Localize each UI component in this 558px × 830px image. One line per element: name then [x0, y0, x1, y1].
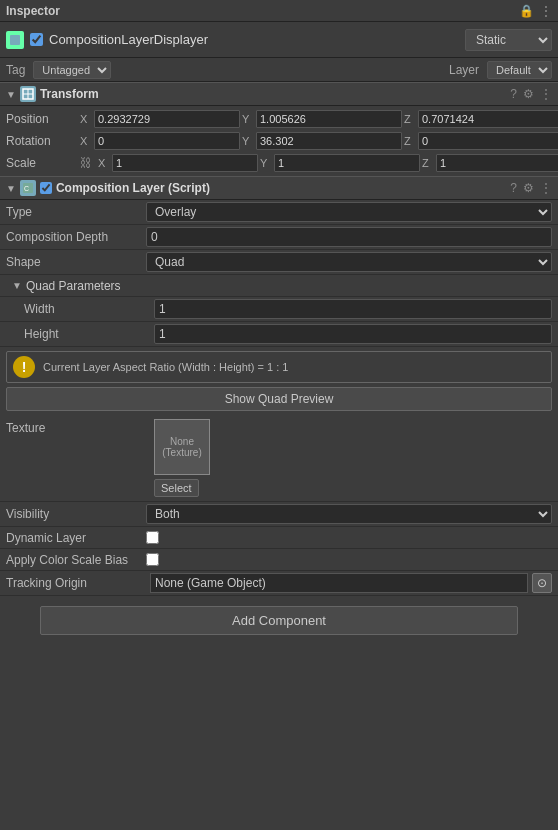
composition-layer-title: Composition Layer (Script) [56, 181, 506, 195]
type-label: Type [6, 205, 146, 219]
gameobject-name: CompositionLayerDisplayer [49, 32, 459, 47]
composition-depth-row: Composition Depth [0, 225, 558, 250]
scale-xyz: X Y Z [98, 154, 558, 172]
transform-settings-icon[interactable]: ⚙ [523, 87, 534, 101]
position-y-label: Y [242, 113, 254, 125]
width-row: Width [0, 297, 558, 322]
shape-row: Shape Quad Cylinder Equirect [0, 250, 558, 275]
tracking-origin-picker-button[interactable]: ⊙ [532, 573, 552, 593]
svg-rect-0 [10, 35, 20, 45]
scale-z-input[interactable] [436, 154, 558, 172]
composition-layer-body: Type Overlay Underlay None Composition D… [0, 200, 558, 596]
transform-help-icon[interactable]: ? [510, 87, 517, 101]
position-row: Position X Y Z [0, 108, 558, 130]
apply-color-scale-bias-row: Apply Color Scale Bias [0, 549, 558, 571]
warning-text: Current Layer Aspect Ratio (Width : Heig… [43, 361, 288, 373]
transform-body: Position X Y Z Rotation X Y Z Scale ⛓ X … [0, 106, 558, 176]
tag-label: Tag [6, 63, 25, 77]
texture-thumbnail[interactable]: None (Texture) [154, 419, 210, 475]
gameobject-active-checkbox[interactable] [30, 33, 43, 46]
transform-title: Transform [40, 87, 506, 101]
scale-z-label: Z [422, 157, 434, 169]
rotation-y-input[interactable] [256, 132, 402, 150]
composition-depth-label: Composition Depth [6, 230, 146, 244]
position-xyz: X Y Z [80, 110, 558, 128]
composition-depth-input[interactable] [146, 227, 552, 247]
shape-label: Shape [6, 255, 146, 269]
texture-select-button[interactable]: Select [154, 479, 199, 497]
tag-layer-row: Tag Untagged Layer Default [0, 58, 558, 82]
height-row: Height [0, 322, 558, 347]
dynamic-layer-checkbox[interactable] [146, 531, 159, 544]
transform-menu-icon[interactable]: ⋮ [540, 87, 552, 101]
position-z-label: Z [404, 113, 416, 125]
scale-x-label: X [98, 157, 110, 169]
rotation-x-label: X [80, 135, 92, 147]
rotation-y-label: Y [242, 135, 254, 147]
type-dropdown[interactable]: Overlay Underlay None [146, 202, 552, 222]
transform-section-header: ▼ Transform ? ⚙ ⋮ [0, 82, 558, 106]
scale-y-label: Y [260, 157, 272, 169]
quad-params-arrow[interactable]: ▼ [12, 280, 22, 291]
height-input[interactable] [154, 324, 552, 344]
rotation-z-label: Z [404, 135, 416, 147]
width-label: Width [24, 302, 154, 316]
texture-none-text: None [170, 436, 194, 447]
position-y-input[interactable] [256, 110, 402, 128]
header-icons: 🔒 ⋮ [519, 4, 552, 18]
rotation-xyz: X Y Z [80, 132, 558, 150]
inspector-title: Inspector [6, 4, 60, 18]
transform-icon [20, 86, 36, 102]
composition-layer-arrow[interactable]: ▼ [6, 183, 16, 194]
layer-dropdown[interactable]: Default [487, 61, 552, 79]
svg-text:C: C [24, 185, 29, 192]
composition-layer-menu-icon[interactable]: ⋮ [540, 181, 552, 195]
quad-params-title: Quad Parameters [26, 279, 121, 293]
visibility-row: Visibility Both Left Right [0, 502, 558, 527]
aspect-ratio-warning: ! Current Layer Aspect Ratio (Width : He… [6, 351, 552, 383]
transform-options: ? ⚙ ⋮ [510, 87, 552, 101]
warning-icon: ! [13, 356, 35, 378]
rotation-x-input[interactable] [94, 132, 240, 150]
composition-layer-settings-icon[interactable]: ⚙ [523, 181, 534, 195]
rotation-row: Rotation X Y Z [0, 130, 558, 152]
composition-layer-icon: C [20, 180, 36, 196]
composition-layer-header: ▼ C Composition Layer (Script) ? ⚙ ⋮ [0, 176, 558, 200]
shape-dropdown[interactable]: Quad Cylinder Equirect [146, 252, 552, 272]
menu-icon[interactable]: ⋮ [540, 4, 552, 18]
scale-x-input[interactable] [112, 154, 258, 172]
apply-color-scale-bias-checkbox[interactable] [146, 553, 159, 566]
height-label: Height [24, 327, 154, 341]
tag-dropdown[interactable]: Untagged [33, 61, 111, 79]
dynamic-layer-row: Dynamic Layer [0, 527, 558, 549]
composition-layer-active-checkbox[interactable] [40, 182, 52, 194]
position-x-input[interactable] [94, 110, 240, 128]
scale-row: Scale ⛓ X Y Z [0, 152, 558, 174]
static-dropdown[interactable]: Static Not Static [465, 29, 552, 51]
tracking-origin-text: None (Game Object) [155, 576, 266, 590]
composition-layer-help-icon[interactable]: ? [510, 181, 517, 195]
scale-link-icon: ⛓ [80, 156, 92, 170]
inspector-header: Inspector 🔒 ⋮ [0, 0, 558, 22]
show-quad-preview-button[interactable]: Show Quad Preview [6, 387, 552, 411]
quad-params-header: ▼ Quad Parameters [0, 275, 558, 297]
scale-y-input[interactable] [274, 154, 420, 172]
add-component-button[interactable]: Add Component [40, 606, 518, 635]
transform-arrow[interactable]: ▼ [6, 89, 16, 100]
dynamic-layer-label: Dynamic Layer [6, 531, 146, 545]
position-z-input[interactable] [418, 110, 558, 128]
position-x-label: X [80, 113, 92, 125]
lock-icon[interactable]: 🔒 [519, 4, 534, 18]
rotation-z-input[interactable] [418, 132, 558, 150]
composition-layer-options: ? ⚙ ⋮ [510, 181, 552, 195]
gameobject-icon [6, 31, 24, 49]
texture-label: Texture [6, 419, 146, 435]
texture-row: Texture None (Texture) Select [0, 415, 558, 502]
rotation-label: Rotation [6, 134, 76, 148]
visibility-label: Visibility [6, 507, 146, 521]
width-input[interactable] [154, 299, 552, 319]
tracking-origin-value: None (Game Object) [150, 573, 528, 593]
visibility-dropdown[interactable]: Both Left Right [146, 504, 552, 524]
tracking-origin-row: Tracking Origin None (Game Object) ⊙ [0, 571, 558, 596]
gameobject-row: CompositionLayerDisplayer Static Not Sta… [0, 22, 558, 58]
